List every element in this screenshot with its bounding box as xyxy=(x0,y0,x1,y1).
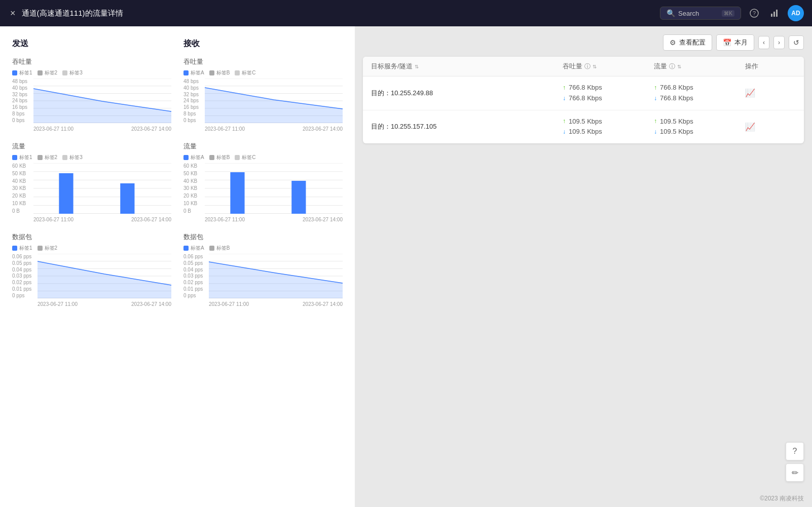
legend-item-rt3: 标签C xyxy=(235,154,255,161)
config-btn-label: 查看配置 xyxy=(679,38,706,47)
send-packets-chart-wrap: 0.06 pps 0.05 pps 0.04 pps 0.03 pps 0.02… xyxy=(12,254,171,307)
receive-column: 接收 吞吐量 标签A 标签B xyxy=(183,36,343,317)
main-content: ⚙ 查看配置 📅 本月 ‹ › ↺ xyxy=(355,26,812,490)
gear-icon: ⚙ xyxy=(670,38,676,47)
legend-item-r2: 标签B xyxy=(209,69,230,76)
throughput-send-svg xyxy=(33,79,171,123)
legend-item-rt1: 标签A xyxy=(183,154,204,161)
x-labels-throughput-recv: 2023-06-27 11:00 2023-06-27 14:00 xyxy=(205,126,343,132)
recv-throughput-chart: 2023-06-27 11:00 2023-06-27 14:00 xyxy=(205,79,343,132)
next-icon: › xyxy=(778,39,780,46)
up-arrow-icon-t2: ↑ xyxy=(654,116,657,126)
traffic-recv-svg xyxy=(205,163,343,214)
cell-action-1[interactable]: 📈 xyxy=(745,88,796,98)
legend-dot-t2 xyxy=(38,155,43,160)
info-icon-traffic: ⓘ xyxy=(669,62,675,71)
traffic-down-1: ↓ 766.8 Kbps xyxy=(654,93,745,104)
cell-destination-1: 目的：10.255.249.88 xyxy=(371,89,563,98)
floating-buttons: ? ✏ xyxy=(786,442,804,482)
sort-icon-throughput[interactable]: ⇅ xyxy=(593,64,597,69)
col-traffic: 流量 ⓘ ⇅ xyxy=(654,62,745,71)
send-packets-label: 数据包 xyxy=(12,232,171,242)
svg-rect-54 xyxy=(776,10,778,17)
legend-item-p1: 标签1 xyxy=(12,245,32,252)
toolbar-row: ⚙ 查看配置 📅 本月 ‹ › ↺ xyxy=(363,34,804,51)
refresh-button[interactable]: ↺ xyxy=(789,35,804,50)
top-bar: 🔍 Search ⌘K ? AD xyxy=(355,0,812,26)
legend-dot-rt2 xyxy=(209,155,214,160)
recv-traffic-legend: 标签A 标签B 标签C xyxy=(183,154,343,161)
legend-dot-rp1 xyxy=(183,246,189,251)
x-labels-traffic-recv: 2023-06-27 11:00 2023-06-27 14:00 xyxy=(205,217,343,222)
y-labels-traffic-recv: 60 KB 50 KB 40 KB 30 KB 20 KB 10 KB 0 B xyxy=(183,163,205,214)
chart-link-icon-2[interactable]: 📈 xyxy=(745,123,755,131)
info-icon-throughput: ⓘ xyxy=(584,62,590,71)
send-traffic-section: 流量 标签1 标签2 标签 xyxy=(12,142,171,222)
cell-action-2[interactable]: 📈 xyxy=(745,122,796,132)
svg-rect-16 xyxy=(120,183,134,214)
legend-dot-p2 xyxy=(38,246,43,251)
floating-help-button[interactable]: ? xyxy=(786,442,804,460)
config-button[interactable]: ⚙ 查看配置 xyxy=(663,34,712,51)
avatar: AD xyxy=(788,5,804,21)
legend-dot-2 xyxy=(38,70,43,75)
send-packets-chart: 2023-06-27 11:00 2023-06-27 14:00 xyxy=(38,254,171,307)
legend-item-rt2: 标签B xyxy=(209,154,230,161)
recv-packets-legend: 标签A 标签B xyxy=(183,245,343,252)
data-table: 目标服务/隧道 ⇅ 吞吐量 ⓘ ⇅ 流量 ⓘ ⇅ 操作 xyxy=(363,57,804,143)
table-header: 目标服务/隧道 ⇅ 吞吐量 ⓘ ⇅ 流量 ⓘ ⇅ 操作 xyxy=(363,57,804,76)
down-arrow-icon: ↓ xyxy=(563,94,566,103)
search-box[interactable]: 🔍 Search ⌘K xyxy=(660,7,741,20)
close-button[interactable]: × xyxy=(10,8,16,19)
detail-title: 通道(高速通道111)的流量详情 xyxy=(22,9,123,18)
col-throughput: 吞吐量 ⓘ ⇅ xyxy=(563,62,654,71)
legend-item-t2: 标签2 xyxy=(38,154,58,161)
recv-throughput-section: 吞吐量 标签A 标签B 标 xyxy=(183,57,343,132)
recv-throughput-chart-wrap: 48 bps 40 bps 32 bps 24 bps 16 bps 8 bps… xyxy=(183,79,343,132)
help-icon[interactable]: ? xyxy=(747,6,761,20)
legend-item-2: 标签2 xyxy=(38,69,58,76)
throughput-down-1: ↓ 766.8 Kbps xyxy=(563,93,654,104)
month-button[interactable]: 📅 本月 xyxy=(716,34,754,51)
table-row: 目的：10.255.157.105 ↑ 109.5 Kbps ↓ 109.5 K… xyxy=(363,110,804,144)
legend-item-r1: 标签A xyxy=(183,69,204,76)
traffic-up-2: ↑ 109.5 Kbps xyxy=(654,116,745,127)
send-traffic-label: 流量 xyxy=(12,142,171,151)
svg-rect-52 xyxy=(771,14,772,17)
floating-edit-button[interactable]: ✏ xyxy=(786,463,804,482)
receive-label: 接收 xyxy=(183,38,343,49)
prev-button[interactable]: ‹ xyxy=(758,36,769,49)
col-destination: 目标服务/隧道 ⇅ xyxy=(371,62,563,71)
detail-panel: × 通道(高速通道111)的流量详情 发送 吞吐量 标签1 xyxy=(0,0,355,507)
detail-content: 发送 吞吐量 标签1 标签2 xyxy=(0,26,355,507)
legend-dot-rt3 xyxy=(235,155,240,160)
recv-traffic-label: 流量 xyxy=(183,142,343,151)
x-labels-throughput-send: 2023-06-27 11:00 2023-06-27 14:00 xyxy=(33,126,171,132)
cell-throughput-1: ↑ 766.8 Kbps ↓ 766.8 Kbps xyxy=(563,83,654,104)
chart-link-icon-1[interactable]: 📈 xyxy=(745,89,755,97)
legend-dot-t1 xyxy=(12,155,17,160)
y-labels-throughput-send: 48 bps 40 bps 32 bps 24 bps 16 bps 8 bps… xyxy=(12,79,33,123)
legend-item-r3: 标签C xyxy=(235,69,255,76)
send-throughput-chart-wrap: 48 bps 40 bps 32 bps 24 bps 16 bps 8 bps… xyxy=(12,79,171,132)
legend-dot-r1 xyxy=(183,70,189,75)
sort-icon-destination[interactable]: ⇅ xyxy=(415,64,419,69)
send-traffic-chart-wrap: 60 KB 50 KB 40 KB 30 KB 20 KB 10 KB 0 B xyxy=(12,163,171,222)
send-throughput-legend: 标签1 标签2 标签3 xyxy=(12,69,171,76)
y-labels-packets-send: 0.06 pps 0.05 pps 0.04 pps 0.03 pps 0.02… xyxy=(12,254,38,298)
sort-icon-traffic[interactable]: ⇅ xyxy=(677,64,681,69)
next-button[interactable]: › xyxy=(773,36,785,49)
y-labels-throughput-recv: 48 bps 40 bps 32 bps 24 bps 16 bps 8 bps… xyxy=(183,79,205,123)
recv-packets-section: 数据包 标签A 标签B xyxy=(183,232,343,307)
legend-dot-p1 xyxy=(12,246,17,251)
chart-icon[interactable] xyxy=(767,6,782,20)
recv-traffic-section: 流量 标签A 标签B 标签 xyxy=(183,142,343,222)
send-label: 发送 xyxy=(12,38,171,49)
svg-text:?: ? xyxy=(753,10,756,16)
send-traffic-legend: 标签1 标签2 标签3 xyxy=(12,154,171,161)
recv-throughput-label: 吞吐量 xyxy=(183,57,343,66)
send-throughput-chart: 2023-06-27 11:00 2023-06-27 14:00 xyxy=(33,79,171,132)
send-column: 发送 吞吐量 标签1 标签2 xyxy=(12,36,171,317)
refresh-icon: ↺ xyxy=(793,38,799,47)
traffic-down-2: ↓ 109.5 Kbps xyxy=(654,127,745,137)
